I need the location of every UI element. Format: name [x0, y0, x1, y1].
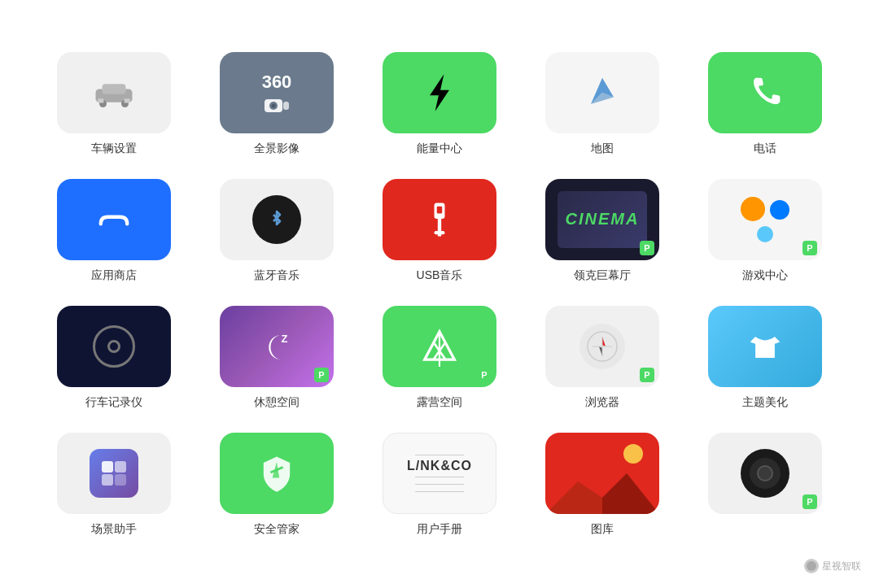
phone-icon: [743, 71, 787, 115]
app-manual[interactable]: L/NK&CO 用户手册: [374, 433, 505, 537]
appstore-icon: [92, 198, 136, 242]
browser-icon: [579, 324, 625, 369]
app-gallery[interactable]: 图库: [537, 433, 667, 537]
shield-icon: [255, 451, 299, 495]
tent-icon: [418, 324, 461, 368]
app-car-settings[interactable]: 车辆设置: [49, 52, 179, 156]
svg-rect-30: [115, 474, 126, 486]
gallery-icon: [545, 433, 659, 514]
watermark-text: 星视智联: [822, 560, 861, 573]
app-camping[interactable]: P 露营空间: [374, 306, 505, 410]
manual-icon: L/NK&CO: [383, 433, 496, 513]
app-label: 领克巨幕厅: [574, 268, 631, 283]
relax-icon: Z: [255, 324, 299, 368]
app-label: 电话: [754, 142, 776, 156]
app-label: 行车记录仪: [85, 395, 142, 410]
app-browser[interactable]: P 浏览器: [537, 306, 667, 410]
app-label: 安全管家: [254, 522, 300, 537]
lightning-icon: [418, 71, 461, 115]
app-label: 地图: [591, 142, 614, 156]
p-badge: P: [477, 368, 492, 382]
svg-rect-28: [115, 461, 126, 473]
app-theme[interactable]: 主题美化: [700, 306, 830, 410]
app-label: USB音乐: [417, 268, 463, 283]
watermark: 星视智联: [804, 559, 861, 573]
app-appstore[interactable]: 应用商店: [49, 179, 179, 283]
cam360-icon: 360: [262, 72, 292, 114]
app-label: 游戏中心: [742, 268, 788, 283]
svg-marker-10: [430, 74, 449, 111]
svg-rect-29: [102, 474, 113, 486]
svg-text:Z: Z: [281, 332, 287, 344]
car-icon: [92, 71, 136, 115]
games-icon: [737, 197, 794, 242]
app-safety[interactable]: 安全管家: [212, 433, 342, 537]
navigation-icon: [580, 71, 624, 115]
app-label: 蓝牙音乐: [254, 268, 300, 283]
app-label: 应用商店: [91, 268, 137, 283]
app-label: 能量中心: [417, 142, 462, 156]
camera-lens-icon: [741, 449, 789, 498]
app-label: 全景影像: [254, 142, 300, 156]
app-games[interactable]: P 游戏中心: [700, 179, 830, 283]
app-grid: 车辆设置 360 全景影像 能量中心: [0, 28, 879, 561]
p-badge: P: [314, 368, 329, 382]
app-energy[interactable]: 能量中心: [374, 52, 505, 156]
svg-rect-16: [435, 231, 445, 234]
p-badge: P: [802, 494, 817, 509]
app-label: 休憩空间: [254, 395, 300, 410]
app-label: 图库: [591, 522, 614, 537]
app-panorama[interactable]: 360 全景影像: [212, 52, 342, 156]
svg-marker-23: [602, 337, 606, 346]
app-dashcam[interactable]: 行车记录仪: [49, 306, 179, 410]
p-badge: P: [640, 241, 654, 255]
p-badge: P: [802, 241, 817, 255]
svg-rect-9: [283, 102, 289, 110]
svg-point-35: [807, 561, 816, 571]
app-phone[interactable]: 电话: [700, 52, 830, 156]
bluetooth-icon: [252, 195, 301, 244]
p-badge: P: [640, 368, 654, 382]
svg-rect-4: [98, 98, 103, 102]
svg-rect-1: [103, 84, 126, 94]
app-label: 用户手册: [417, 522, 462, 537]
app-label: 浏览器: [585, 395, 619, 410]
app-label: 场景助手: [91, 522, 137, 537]
svg-rect-14: [437, 206, 442, 213]
svg-rect-27: [102, 461, 113, 473]
svg-marker-24: [599, 346, 602, 356]
app-relax[interactable]: Z P 休憩空间: [212, 306, 342, 410]
app-cinema[interactable]: CINEMA P 领克巨幕厅: [537, 179, 667, 283]
app-scene[interactable]: 场景助手: [49, 433, 179, 537]
svg-marker-34: [602, 473, 659, 514]
app-bluetooth[interactable]: 蓝牙音乐: [212, 179, 342, 283]
app-label: 露营空间: [417, 395, 462, 410]
app-map[interactable]: 地图: [537, 52, 667, 156]
scene-icon: [90, 449, 138, 498]
svg-point-8: [272, 103, 276, 107]
dashcam-icon: [93, 325, 135, 368]
app-label: 主题美化: [742, 395, 788, 410]
app-usb[interactable]: USB音乐: [374, 179, 505, 283]
svg-rect-5: [125, 98, 130, 102]
app-camera[interactable]: P: [700, 433, 830, 537]
app-label: 车辆设置: [91, 142, 137, 156]
usb-icon: [418, 198, 461, 242]
tshirt-icon: [743, 324, 787, 368]
watermark-icon: [804, 559, 819, 573]
